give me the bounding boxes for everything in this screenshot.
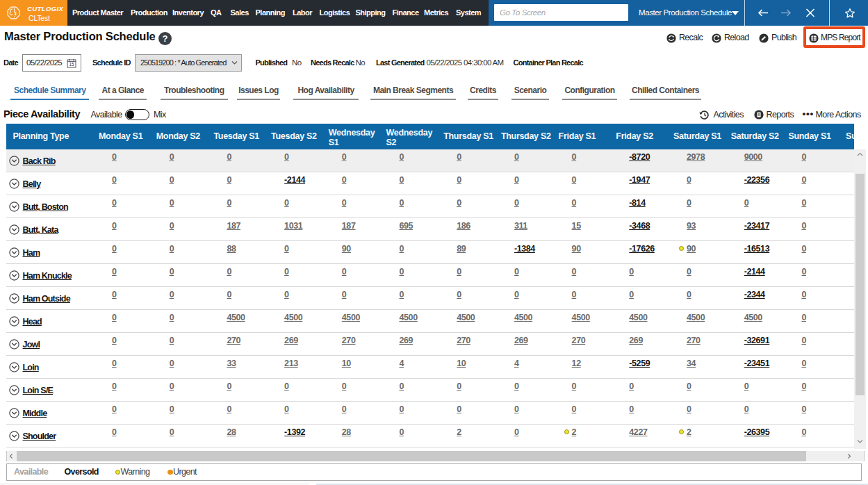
svg-text:15: 15	[69, 62, 74, 67]
